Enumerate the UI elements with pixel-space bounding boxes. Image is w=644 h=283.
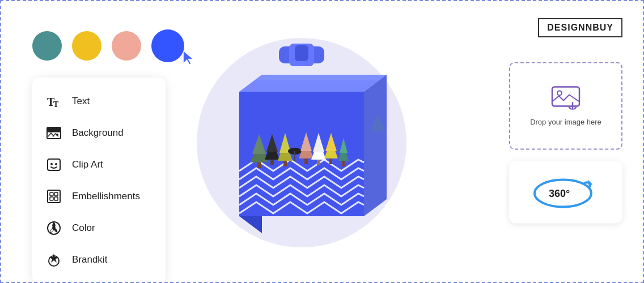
clip-art-icon	[45, 156, 63, 174]
svg-rect-21	[295, 45, 308, 61]
svg-rect-29	[257, 162, 261, 168]
color-icon	[45, 219, 63, 237]
sidebar-item-color[interactable]: Color	[32, 212, 166, 244]
sidebar-item-brandkit[interactable]: Brandkit	[32, 244, 166, 276]
embellishments-icon	[45, 187, 63, 205]
text-icon: T T	[45, 92, 63, 110]
sidebar-item-color-label: Color	[72, 222, 95, 234]
sidebar-item-text[interactable]: T T Text	[32, 85, 166, 117]
sidebar-item-background[interactable]: Background	[32, 117, 166, 149]
svg-rect-4	[47, 127, 61, 132]
box-illustration	[205, 41, 398, 245]
color-swatches	[32, 29, 184, 62]
svg-rect-11	[50, 192, 53, 196]
svg-marker-18	[49, 254, 58, 263]
logo: DESIGNNBUY	[538, 18, 622, 37]
preview-area	[177, 1, 426, 283]
svg-point-9	[55, 163, 57, 165]
svg-rect-12	[54, 192, 58, 196]
svg-marker-23	[256, 75, 387, 80]
drop-image-icon	[551, 86, 581, 112]
sidebar-item-text-label: Text	[72, 96, 90, 107]
sidebar-item-clip-art[interactable]: Clip Art	[32, 149, 166, 181]
svg-rect-46	[329, 158, 332, 164]
svg-marker-26	[364, 75, 387, 216]
sidebar-item-embellishments-label: Embellishments	[72, 191, 140, 202]
svg-point-6	[56, 134, 58, 136]
svg-rect-32	[270, 160, 274, 165]
sidebar-item-brandkit-label: Brandkit	[72, 254, 107, 265]
sidebar-item-background-label: Background	[72, 127, 124, 139]
swatch-pink[interactable]	[112, 31, 141, 61]
background-icon	[45, 124, 63, 142]
right-panel: Drop your image here 360°	[509, 62, 622, 224]
svg-rect-35	[283, 161, 287, 166]
sidebar-menu: T T Text Background	[32, 78, 166, 283]
svg-rect-14	[54, 197, 58, 200]
main-container: DESIGNNBUY T T Text	[1, 1, 644, 283]
svg-rect-10	[48, 190, 60, 203]
drop-image-label: Drop your image here	[530, 118, 601, 126]
svg-point-52	[557, 91, 562, 96]
svg-rect-43	[317, 160, 320, 165]
brandkit-icon	[45, 251, 63, 269]
svg-rect-49	[342, 161, 345, 166]
svg-rect-13	[50, 197, 53, 200]
svg-text:T: T	[53, 100, 59, 109]
swatch-yellow[interactable]	[72, 31, 101, 61]
svg-point-8	[50, 163, 53, 165]
svg-rect-51	[552, 87, 579, 106]
svg-text:360°: 360°	[549, 188, 570, 199]
drop-image-zone[interactable]: Drop your image here	[509, 62, 622, 150]
svg-point-16	[52, 226, 56, 230]
svg-marker-55	[588, 180, 592, 187]
360-icon: 360°	[529, 175, 603, 209]
svg-rect-40	[304, 158, 308, 164]
view-360-button[interactable]: 360°	[509, 161, 622, 224]
swatch-teal[interactable]	[32, 31, 62, 61]
svg-rect-37	[294, 151, 295, 161]
sidebar-item-embellishments[interactable]: Embellishments	[32, 181, 166, 212]
sidebar-item-clip-art-label: Clip Art	[72, 159, 103, 170]
